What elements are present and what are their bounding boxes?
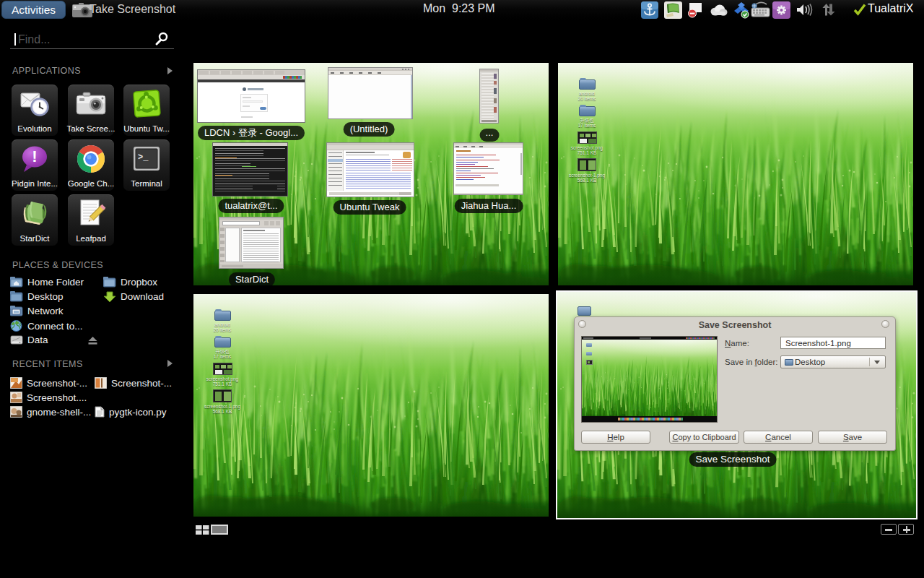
svg-text:!: !: [32, 147, 37, 165]
svg-text:>_: >_: [138, 152, 149, 163]
